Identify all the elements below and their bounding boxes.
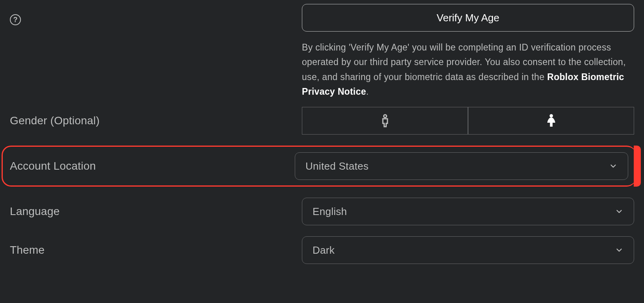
gender-male-button[interactable]: [302, 107, 468, 135]
male-icon: [377, 113, 393, 129]
verify-age-control-col: Verify My Age By clicking 'Verify My Age…: [302, 4, 634, 99]
language-label-col: Language: [10, 205, 302, 218]
settings-panel: ? Verify My Age By clicking 'Verify My A…: [0, 0, 644, 280]
theme-value: Dark: [313, 244, 335, 256]
account-location-control-col: United States: [295, 152, 636, 180]
verify-age-button[interactable]: Verify My Age: [302, 4, 634, 32]
account-location-row: Account Location United States: [10, 152, 636, 180]
account-location-label: Account Location: [10, 160, 96, 172]
gender-control-col: [302, 107, 634, 135]
account-location-select[interactable]: United States: [295, 152, 628, 180]
theme-control-col: Dark: [302, 236, 634, 264]
theme-label: Theme: [10, 244, 45, 256]
gender-label-col: Gender (Optional): [10, 114, 302, 127]
language-label: Language: [10, 205, 60, 218]
language-row: Language English: [10, 198, 634, 225]
account-location-label-col: Account Location: [10, 160, 295, 172]
verify-age-disclaimer: By clicking 'Verify My Age' you will be …: [302, 40, 634, 99]
language-control-col: English: [302, 198, 634, 225]
language-value: English: [313, 206, 347, 218]
gender-row: Gender (Optional): [10, 107, 634, 135]
account-location-highlight: Account Location United States: [2, 146, 636, 187]
theme-select[interactable]: Dark: [302, 236, 634, 264]
svg-point-1: [549, 114, 553, 118]
chevron-down-icon: [609, 162, 618, 170]
gender-label: Gender (Optional): [10, 114, 100, 127]
account-location-value: United States: [305, 160, 369, 172]
svg-point-0: [384, 115, 386, 118]
chevron-down-icon: [615, 207, 623, 216]
female-icon: [543, 113, 559, 129]
language-select[interactable]: English: [302, 198, 634, 225]
gender-toggle-group: [302, 107, 634, 135]
verify-age-row: ? Verify My Age By clicking 'Verify My A…: [10, 4, 634, 99]
theme-row: Theme Dark: [10, 236, 634, 264]
disclaimer-suffix: .: [366, 86, 369, 97]
verify-age-label-col: ?: [10, 4, 302, 25]
chevron-down-icon: [615, 246, 623, 254]
gender-female-button[interactable]: [468, 107, 634, 135]
help-icon[interactable]: ?: [10, 14, 21, 25]
theme-label-col: Theme: [10, 244, 302, 256]
